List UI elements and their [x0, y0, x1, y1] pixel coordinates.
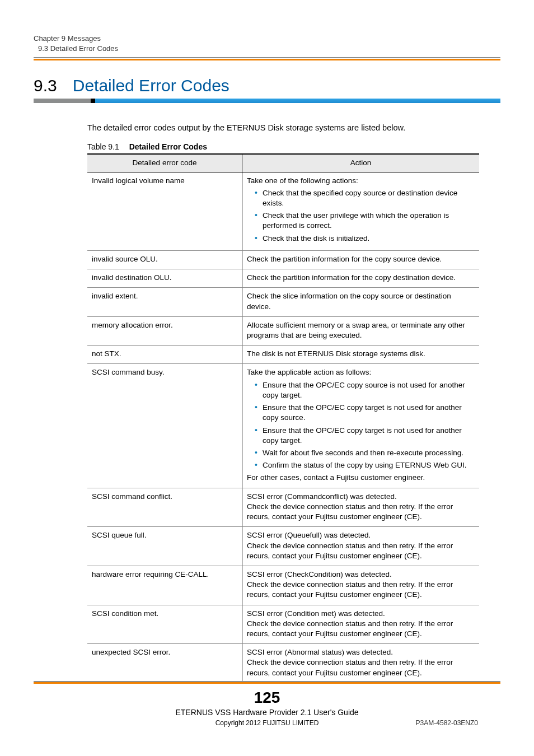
action-text-line: Check the partition information for the … — [247, 273, 475, 283]
table-cell-action: The disk is not ETERNUS Disk storage sys… — [242, 346, 480, 364]
section-underline-grey — [34, 99, 91, 103]
action-text-line: SCSI error (CheckCondition) was detected… — [247, 570, 475, 580]
action-text-line: Check the device connection status and t… — [247, 502, 475, 522]
section-heading: 9.3 Detailed Error Codes — [34, 76, 500, 95]
table-row: not STX.The disk is not ETERNUS Disk sto… — [87, 346, 479, 364]
table-header-action: Action — [242, 154, 480, 172]
table-row: invalid source OLU.Check the partition i… — [87, 250, 479, 269]
table-cell-code: SCSI command busy. — [87, 364, 242, 488]
action-text-line: Check the device connection status and t… — [247, 541, 475, 561]
table-cell-action: Check the partition information for the … — [242, 269, 480, 288]
table-row: invalid destination OLU.Check the partit… — [87, 269, 479, 288]
table-cell-action: Take the applicable action as follows:En… — [242, 364, 480, 488]
table-row: invalid extent.Check the slice informati… — [87, 288, 479, 316]
section-underline-square — [91, 99, 95, 103]
table-row: memory allocation error.Allocate suffici… — [87, 316, 479, 345]
action-bullet-list: Ensure that the OPC/EC copy source is no… — [247, 380, 475, 471]
action-lead: Take one of the following actions: — [247, 176, 475, 186]
action-text-line: SCSI error (Commandconflict) was detecte… — [247, 492, 475, 502]
table-cell-action: SCSI error (Commandconflict) was detecte… — [242, 488, 480, 527]
section-underline-blue — [95, 99, 500, 103]
action-text-line: SCSI error (Condition met) was detected. — [247, 609, 475, 619]
table-row: unexpected SCSI error.SCSI error (Abnorm… — [87, 644, 479, 683]
action-bullet: Ensure that the OPC/EC copy target is no… — [255, 426, 475, 446]
table-cell-code: Invalid logical volume name — [87, 172, 242, 250]
table-cell-code: invalid destination OLU. — [87, 269, 242, 288]
table-header-row: Detailed error code Action — [87, 154, 479, 172]
section-title: Detailed Error Codes — [73, 76, 229, 95]
footer-doc-code: P3AM-4582-03ENZ0 — [416, 719, 478, 727]
action-text-line: The disk is not ETERNUS Disk storage sys… — [247, 349, 475, 359]
action-bullet: Wait for about five seconds and then re-… — [255, 448, 475, 458]
header-orange-bar — [34, 59, 500, 60]
table-caption-title: Detailed Error Codes — [129, 142, 207, 151]
section-underline — [34, 99, 500, 103]
action-text-line: SCSI error (Abnormal status) was detecte… — [247, 647, 475, 657]
running-header: Chapter 9 Messages 9.3 Detailed Error Co… — [34, 34, 500, 54]
action-bullet: Check that the user privilege with which… — [255, 211, 475, 231]
table-cell-action: SCSI error (Condition met) was detected.… — [242, 605, 480, 644]
header-rule — [34, 57, 500, 58]
action-text-line: Allocate sufficient memory or a swap are… — [247, 320, 475, 340]
table-cell-code: hardware error requiring CE-CALL. — [87, 566, 242, 605]
table-header-code: Detailed error code — [87, 154, 242, 172]
table-cell-action: Take one of the following actions:Check … — [242, 172, 480, 250]
action-bullet: Check that the disk is initialized. — [255, 234, 475, 244]
error-codes-table: Detailed error code Action Invalid logic… — [87, 153, 479, 684]
action-bullet: Check that the specified copy source or … — [255, 188, 475, 208]
table-cell-code: invalid source OLU. — [87, 250, 242, 269]
table-cell-code: not STX. — [87, 346, 242, 364]
action-text-line: Check the partition information for the … — [247, 254, 475, 264]
table-row: Invalid logical volume nameTake one of t… — [87, 172, 479, 250]
action-text-line: Check the device connection status and t… — [247, 619, 475, 639]
action-text-line: Check the slice information on the copy … — [247, 291, 475, 311]
action-bullet: Confirm the status of the copy by using … — [255, 460, 475, 470]
table-cell-code: SCSI command conflict. — [87, 488, 242, 527]
table-cell-code: memory allocation error. — [87, 316, 242, 345]
action-text-line: Check the device connection status and t… — [247, 580, 475, 600]
table-row: hardware error requiring CE-CALL.SCSI er… — [87, 566, 479, 605]
section-number: 9.3 — [34, 76, 57, 95]
action-lead: Take the applicable action as follows: — [247, 367, 475, 377]
action-text-line: SCSI error (Queuefull) was detected. — [247, 530, 475, 540]
table-row: SCSI condition met.SCSI error (Condition… — [87, 605, 479, 644]
table-cell-action: SCSI error (Queuefull) was detected.Chec… — [242, 527, 480, 566]
table-cell-code: invalid extent. — [87, 288, 242, 316]
table-caption: Table 9.1 Detailed Error Codes — [87, 142, 500, 151]
table-cell-action: Allocate sufficient memory or a swap are… — [242, 316, 480, 345]
running-header-section: 9.3 Detailed Error Codes — [34, 44, 500, 54]
page-number: 125 — [0, 689, 534, 707]
table-cell-action: Check the partition information for the … — [242, 250, 480, 269]
action-text-line: Check the device connection status and t… — [247, 657, 475, 678]
action-bullet: Ensure that the OPC/EC copy source is no… — [255, 380, 475, 400]
table-row: SCSI command busy.Take the applicable ac… — [87, 364, 479, 488]
table-cell-code: SCSI condition met. — [87, 605, 242, 644]
action-foot: For other cases, contact a Fujitsu custo… — [247, 473, 475, 483]
table-cell-action: SCSI error (CheckCondition) was detected… — [242, 566, 480, 605]
table-row: SCSI queue full.SCSI error (Queuefull) w… — [87, 527, 479, 566]
intro-text: The detailed error codes output by the E… — [87, 123, 500, 132]
footer-orange-bar — [34, 682, 500, 684]
table-cell-code: unexpected SCSI error. — [87, 644, 242, 683]
table-row: SCSI command conflict.SCSI error (Comman… — [87, 488, 479, 527]
page: Chapter 9 Messages 9.3 Detailed Error Co… — [0, 0, 534, 756]
action-bullet-list: Check that the specified copy source or … — [247, 188, 475, 244]
table-cell-action: SCSI error (Abnormal status) was detecte… — [242, 644, 480, 683]
footer-doc-title: ETERNUS VSS Hardware Provider 2.1 User's… — [0, 708, 534, 717]
action-bullet: Ensure that the OPC/EC copy target is no… — [255, 403, 475, 423]
table-caption-label: Table 9.1 — [87, 142, 119, 151]
table-cell-code: SCSI queue full. — [87, 527, 242, 566]
table-cell-action: Check the slice information on the copy … — [242, 288, 480, 316]
running-header-chapter: Chapter 9 Messages — [34, 34, 500, 44]
